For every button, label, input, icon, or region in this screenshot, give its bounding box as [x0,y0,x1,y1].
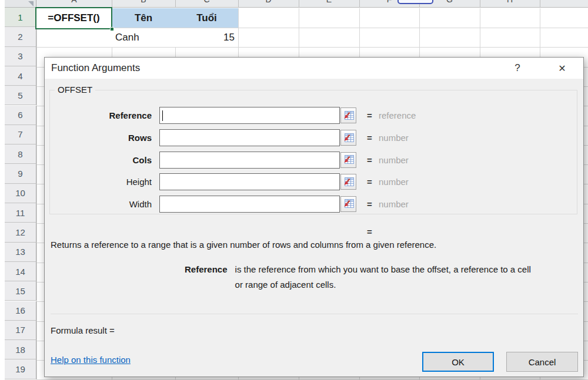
range-picker-icon [343,154,355,165]
cell-B2[interactable]: Canh [112,28,175,47]
range-picker-icon [343,177,355,187]
column-header-D[interactable]: D [265,0,271,4]
gridline [36,47,588,48]
argument-input-height[interactable] [159,173,340,190]
row-header-11[interactable]: 11 [5,203,36,223]
row-header-2[interactable]: 2 [5,27,36,46]
argument-label: Cols [45,155,159,165]
argument-label: Width [45,199,159,209]
close-icon[interactable]: ✕ [548,58,576,79]
collapse-dialog-button[interactable] [340,152,356,168]
cell-C1[interactable]: Tuổi [175,8,238,28]
collapse-dialog-button[interactable] [340,196,356,212]
argument-input-reference[interactable] [159,107,340,124]
row-header-8[interactable]: 8 [5,144,36,164]
column-header-G[interactable]: G [446,0,453,4]
ok-button[interactable]: OK [422,352,494,372]
cell-B1[interactable]: Tên [112,8,175,28]
argument-row-reference: Reference = reference [45,107,583,124]
argument-label: Rows [45,133,159,143]
row-header-18[interactable]: 18 [5,340,36,359]
column-header-F[interactable]: F [387,0,392,4]
row-header-17[interactable]: 17 [5,321,36,340]
column-header-separator [299,0,299,8]
excel-window: ABCDEFGH 12345678910111213141516171819 T… [0,0,588,380]
range-picker-icon [343,133,355,143]
gridline [36,8,37,380]
argument-row-height: Height = number [45,173,583,190]
column-header-C[interactable]: C [203,0,209,4]
select-all-corner[interactable] [5,0,36,8]
equals-sign: = [367,155,375,165]
formula-result-label: Formula result = [51,325,115,335]
column-header-B[interactable]: B [141,0,146,4]
row-header-4[interactable]: 4 [5,66,36,86]
argument-input-rows[interactable] [159,129,340,146]
argument-hint: number [379,199,409,209]
argument-label: Reference [45,110,159,120]
column-header-A[interactable]: A [71,0,76,4]
argument-hint: reference [379,110,416,120]
column-header-H[interactable]: H [507,0,513,4]
row-header-10[interactable]: 10 [5,184,36,203]
argument-input-cols[interactable] [159,152,340,169]
cell-A1-selected[interactable]: =OFFSET() [35,7,112,29]
row-header-19[interactable]: 19 [5,359,36,379]
equals-sign: = [367,177,375,187]
function-arguments-dialog: Function Arguments ? ✕ OFFSET Reference … [44,57,584,377]
column-header-separator [175,0,176,8]
fill-handle[interactable] [110,27,114,31]
column-header-separator [480,0,480,8]
function-name-label: OFFSET [55,85,95,95]
formula-equals-sign: = [367,227,372,237]
help-on-function-link[interactable]: Help on this function [51,355,131,365]
column-header-separator [359,0,360,8]
equals-sign: = [367,133,375,143]
row-header-7[interactable]: 7 [5,125,36,144]
column-header-row: ABCDEFGH [36,0,588,8]
dialog-titlebar[interactable]: Function Arguments ? ✕ [45,58,583,79]
argument-row-cols: Cols = number [45,152,583,169]
row-header-1[interactable]: 1 [5,8,36,27]
column-header-E[interactable]: E [326,0,332,4]
cell-C2[interactable]: 15 [175,28,238,47]
argument-row-rows: Rows = number [45,129,583,146]
row-header-13[interactable]: 13 [5,243,36,262]
collapse-dialog-button[interactable] [340,130,356,146]
column-header-separator [540,0,540,8]
range-picker-icon [343,110,355,121]
collapse-dialog-button[interactable] [340,174,356,190]
argument-help-label: Reference [185,262,228,292]
argument-row-width: Width = number [45,196,583,213]
row-header-6[interactable]: 6 [5,106,36,125]
equals-sign: = [367,199,375,209]
row-header-column: 12345678910111213141516171819 [5,8,36,380]
argument-input-width[interactable] [159,196,340,213]
row-header-14[interactable]: 14 [5,262,36,281]
floating-shape [397,0,433,4]
dialog-help-button[interactable]: ? [505,58,530,79]
dialog-title: Function Arguments [51,58,140,79]
divider [51,314,578,314]
argument-help: Reference is the reference from which yo… [185,262,536,292]
row-header-9[interactable]: 9 [5,164,36,183]
cancel-button[interactable]: Cancel [506,352,578,372]
column-header-separator [238,0,239,8]
argument-hint: number [379,177,409,187]
row-header-15[interactable]: 15 [5,281,36,301]
equals-sign: = [367,110,375,120]
select-all-triangle-icon [28,1,34,6]
row-header-16[interactable]: 16 [5,301,36,321]
text-caret [162,110,163,121]
row-header-3[interactable]: 3 [5,47,36,66]
row-header-12[interactable]: 12 [5,223,36,242]
row-header-5[interactable]: 5 [5,86,36,105]
argument-hint: number [379,133,409,143]
function-description: Returns a reference to a range that is a… [51,240,436,250]
argument-help-text: is the reference from which you want to … [235,262,536,292]
argument-label: Height [45,177,159,187]
argument-hint: number [379,155,409,165]
collapse-dialog-button[interactable] [340,107,356,123]
range-picker-icon [343,199,355,209]
